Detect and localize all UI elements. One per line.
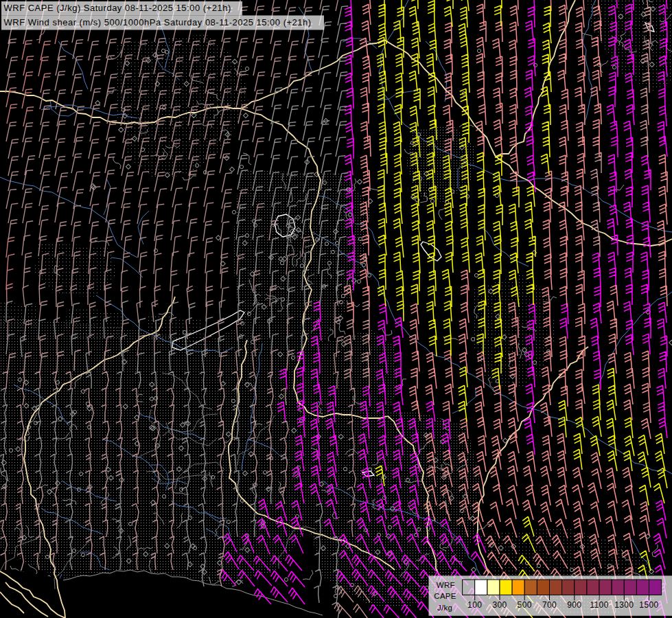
svg-text:WRF CAPE (J/kg) Saturday 08-11: WRF CAPE (J/kg) Saturday 08-11-2025 15:0… (4, 3, 231, 13)
svg-text:J/kg: J/kg (437, 604, 452, 612)
svg-text:WRF: WRF (437, 581, 455, 589)
svg-text:1300: 1300 (614, 600, 634, 610)
svg-text:CAPE: CAPE (434, 592, 456, 600)
svg-text:300: 300 (492, 600, 507, 610)
svg-text:100: 100 (467, 600, 482, 610)
svg-text:1100: 1100 (590, 600, 608, 610)
svg-text:700: 700 (542, 600, 557, 610)
svg-text:1500: 1500 (639, 600, 658, 610)
svg-text:500: 500 (518, 600, 532, 610)
svg-text:900: 900 (567, 600, 581, 610)
svg-text:WRF Wind shear (m/s) 500/1000h: WRF Wind shear (m/s) 500/1000hPa Saturda… (4, 17, 312, 27)
